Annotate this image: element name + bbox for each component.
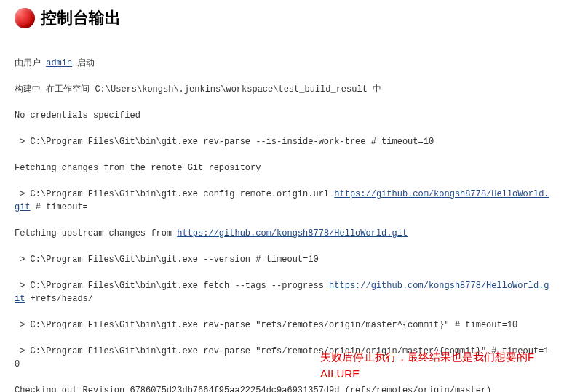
user-link[interactable]: admin	[46, 58, 72, 68]
console-line: 由用户 admin 启动	[15, 57, 549, 70]
console-line: > C:\Program Files\Git\bin\git.exe --ver…	[15, 253, 549, 266]
console-header: 控制台输出	[15, 7, 549, 29]
build-status-icon	[15, 8, 35, 28]
console-line: No credentials specified	[15, 109, 549, 122]
console-line: Fetching changes from the remote Git rep…	[15, 161, 549, 175]
console-line: 构建中 在工作空间 C:\Users\kongsh\.jenkins\works…	[15, 83, 549, 96]
console-line: Fetching upstream changes from https://g…	[15, 227, 549, 240]
page-title: 控制台输出	[41, 7, 121, 29]
repo-link[interactable]: https://github.com/kongsh8778/HelloWorld…	[177, 228, 408, 239]
console-line: > C:\Program Files\Git\bin\git.exe rev-p…	[15, 135, 549, 148]
console-line: Checking out Revision 6786075d23db7664f9…	[15, 384, 549, 392]
user-annotation: 失败后停止执行，最终结果也是我们想要的FAILURE	[320, 349, 539, 382]
console-line: > C:\Program Files\Git\bin\git.exe confi…	[15, 188, 549, 214]
console-output: 由用户 admin 启动 构建中 在工作空间 C:\Users\kongsh\.…	[15, 44, 549, 392]
console-line: > C:\Program Files\Git\bin\git.exe fetch…	[15, 279, 549, 305]
console-line: > C:\Program Files\Git\bin\git.exe rev-p…	[15, 319, 549, 332]
